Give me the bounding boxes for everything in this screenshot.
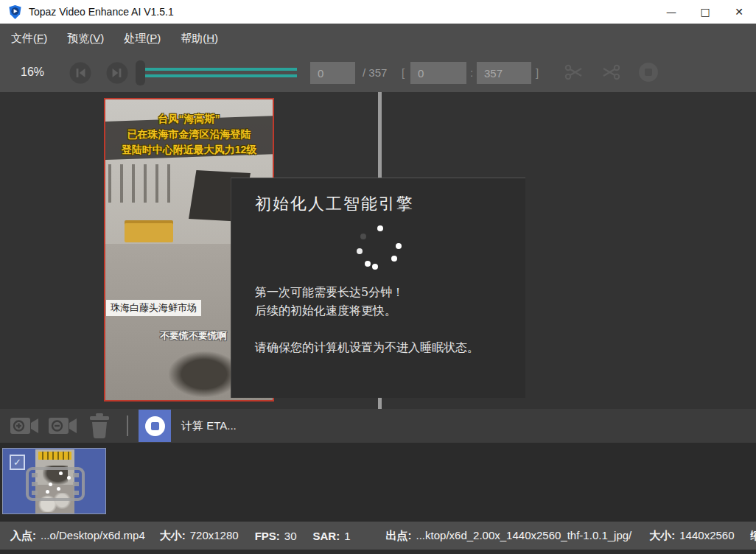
menu-file[interactable]: 文件(F) xyxy=(2,27,56,50)
thumbnail-strip: ✓ xyxy=(0,443,756,522)
film-sprockets-right xyxy=(73,473,79,495)
process-toolbar: 计算 ETA... xyxy=(0,409,756,443)
menu-help[interactable]: 帮助(H) xyxy=(172,27,227,50)
mini-spinner-dot xyxy=(67,476,71,480)
spinner-dot xyxy=(391,256,397,262)
spinner-dot xyxy=(396,243,402,249)
spinner-dot xyxy=(365,261,371,267)
status-bar: 入点:...o/Desktop/x6d.mp4 大小:720x1280 FPS:… xyxy=(0,522,756,550)
video-bridge-truss xyxy=(108,164,172,203)
status-scale: 缩放:200% xyxy=(751,529,756,543)
spinner-dot xyxy=(377,225,383,231)
stop-small-button[interactable] xyxy=(637,61,659,83)
processing-film-overlay xyxy=(26,467,85,501)
delete-video-button[interactable] xyxy=(88,413,111,438)
current-frame-input[interactable] xyxy=(310,62,355,84)
dialog-line-2: 后续的初始化速度将更快。 xyxy=(255,301,479,320)
status-in-point: 入点:...o/Desktop/x6d.mp4 xyxy=(10,529,145,543)
timeline-slider-handle[interactable] xyxy=(136,60,145,85)
maximize-button[interactable]: □ xyxy=(688,0,722,24)
timeline-slider-track[interactable] xyxy=(145,68,297,77)
bottom-edge-strip xyxy=(0,550,756,554)
video-subtitle: 不要慌不要慌啊 xyxy=(160,329,227,343)
skip-start-button[interactable] xyxy=(69,62,91,84)
caption-line-2: 已在珠海市金湾区沿海登陆 xyxy=(105,127,273,142)
status-out-size: 大小:1440x2560 xyxy=(649,529,734,543)
close-button[interactable]: ✕ xyxy=(722,0,756,24)
spinner-dot xyxy=(372,264,378,270)
dialog-line-3: 请确保您的计算机设置为不进入睡眠状态。 xyxy=(255,338,479,357)
thumbnail-caption-strip xyxy=(38,452,71,460)
caption-line-1: 台风“海高斯” xyxy=(105,111,273,127)
init-engine-dialog: 初始化人工智能引擎 第一次可能需要长达5分钟！ 后续的初始化速度将更快。 请确保… xyxy=(231,178,525,398)
status-out-point: 出点:...ktop/x6d_2.00x_1440x2560_thf-1.0.1… xyxy=(386,529,632,543)
range-bracket-open: [ xyxy=(402,66,405,79)
eta-label: 计算 ETA... xyxy=(181,419,237,433)
range-bracket-close: ] xyxy=(536,66,539,79)
mini-spinner-dot xyxy=(57,487,60,491)
spinner-dot xyxy=(360,234,366,239)
status-in-size: 大小:720x1280 xyxy=(160,529,239,543)
menu-preview[interactable]: 预览(V) xyxy=(58,27,113,50)
status-fps: FPS:30 xyxy=(255,530,297,542)
minimize-button[interactable]: — xyxy=(654,0,688,24)
timeline-track-bottom xyxy=(145,74,297,77)
mini-spinner-dot xyxy=(49,483,52,486)
playback-toolbar: 16% / 357 [ : ] xyxy=(0,53,756,92)
app-logo-icon xyxy=(8,5,22,19)
spinner-dot xyxy=(357,248,363,254)
cut-out-button[interactable] xyxy=(600,61,622,83)
timeline-track-top xyxy=(145,68,297,71)
app-window: Topaz Video Enhance AI V1.5.1 — □ ✕ 文件(F… xyxy=(0,0,756,554)
status-sar: SAR:1 xyxy=(313,530,351,542)
dialog-line-1: 第一次可能需要长达5分钟！ xyxy=(255,283,479,301)
window-title: Topaz Video Enhance AI V1.5.1 xyxy=(29,6,174,18)
preview-area: 台风“海高斯” 已在珠海市金湾区沿海登陆 登陆时中心附近最大风力12级 珠海白藤… xyxy=(0,92,756,409)
film-sprockets-left xyxy=(32,473,38,495)
video-dark-debris xyxy=(169,351,239,397)
video-caption-overlay: 台风“海高斯” 已在珠海市金湾区沿海登陆 登陆时中心附近最大风力12级 xyxy=(105,111,273,158)
add-video-button[interactable] xyxy=(10,415,38,437)
toolbar-divider xyxy=(127,416,128,436)
range-end-input[interactable] xyxy=(477,62,531,84)
location-label: 珠海白藤头海鲜市场 xyxy=(106,300,201,316)
frame-total-label: / 357 xyxy=(363,66,387,79)
mini-spinner-dot xyxy=(59,471,63,475)
skip-end-button[interactable] xyxy=(106,62,128,84)
stop-processing-button[interactable] xyxy=(139,410,171,442)
mini-spinner-dot xyxy=(46,490,49,494)
dialog-body: 第一次可能需要长达5分钟！ 后续的初始化速度将更快。 请确保您的计算机设置为不进… xyxy=(255,283,479,357)
caption-line-3: 登陆时中心附近最大风力12级 xyxy=(105,142,273,158)
cut-in-button[interactable] xyxy=(563,61,585,83)
range-colon: : xyxy=(470,66,473,79)
dialog-title: 初始化人工智能引擎 xyxy=(255,193,414,215)
video-yellow-truck xyxy=(125,223,173,242)
thumbnail-checkbox[interactable]: ✓ xyxy=(10,455,25,470)
title-bar: Topaz Video Enhance AI V1.5.1 — □ ✕ xyxy=(0,0,756,24)
video-thumbnail-tile[interactable]: ✓ xyxy=(2,448,106,514)
window-controls: — □ ✕ xyxy=(654,0,756,24)
stop-processing-icon xyxy=(145,416,165,436)
dialog-spacer xyxy=(255,320,479,338)
menu-bar: 文件(F) 预览(V) 处理(P) 帮助(H) xyxy=(0,24,756,53)
menu-process[interactable]: 处理(P) xyxy=(115,27,169,50)
range-start-input[interactable] xyxy=(410,62,466,84)
zoom-level: 16% xyxy=(21,66,44,79)
remove-video-button[interactable] xyxy=(49,415,77,437)
